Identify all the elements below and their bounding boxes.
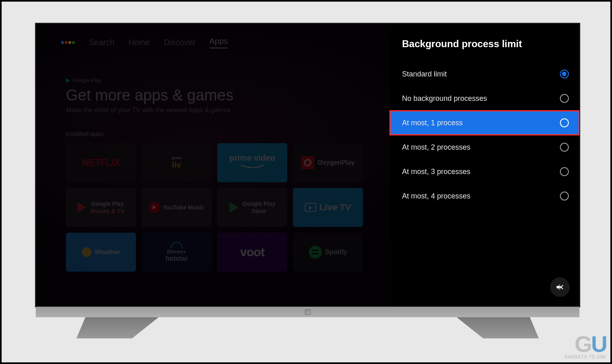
option-at-most-4[interactable]: At most, 4 processes (390, 184, 579, 208)
settings-panel: Background process limit Standard limit … (390, 24, 579, 307)
option-no-background[interactable]: No background processes (390, 86, 579, 111)
oneplus-logo-icon (305, 309, 310, 315)
option-label: No background processes (402, 94, 487, 103)
radio-icon (560, 118, 569, 127)
radio-icon (560, 143, 569, 152)
option-label: At most, 3 processes (402, 168, 470, 176)
tv-bezel-bottom (36, 307, 579, 317)
option-label: At most, 1 process (402, 119, 463, 127)
option-label: Standard limit (402, 70, 447, 78)
option-standard-limit[interactable]: Standard limit (390, 62, 579, 86)
option-label: At most, 4 processes (402, 192, 470, 201)
watermark: GU GADGETS TO USE (564, 331, 606, 359)
radio-icon (560, 192, 569, 201)
tv-frame: Search Home Discover Apps 4:59 Google Pl… (35, 23, 580, 307)
radio-icon (560, 94, 569, 103)
tv-stand (457, 317, 548, 338)
panel-title: Background process limit (390, 38, 579, 50)
option-at-most-2[interactable]: At most, 2 processes (390, 135, 579, 159)
mute-icon[interactable] (550, 277, 570, 297)
radio-icon (560, 167, 569, 176)
tv-stand (68, 317, 159, 338)
radio-icon (560, 70, 569, 78)
option-at-most-3[interactable]: At most, 3 processes (390, 159, 579, 184)
option-at-most-1[interactable]: At most, 1 process (390, 111, 579, 135)
option-label: At most, 2 processes (402, 143, 470, 152)
tv-screen: Search Home Discover Apps 4:59 Google Pl… (36, 24, 579, 307)
